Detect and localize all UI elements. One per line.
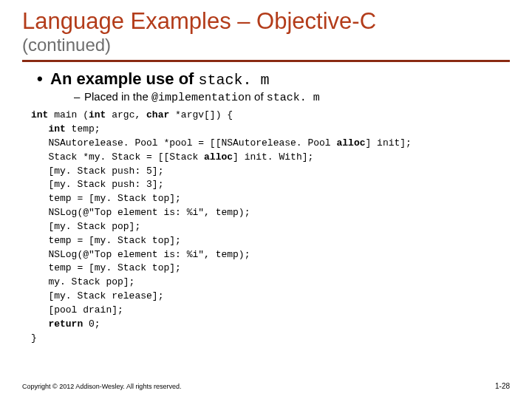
- kw-alloc: alloc: [204, 151, 233, 163]
- bullet-dash-icon: –: [74, 90, 84, 103]
- footer-page-number: 1-28: [495, 382, 510, 390]
- slide-subtitle: (continued): [22, 35, 510, 55]
- kw-char: char: [146, 109, 169, 120]
- kw-alloc: alloc: [336, 137, 365, 149]
- slide-title: Language Examples – Objective-C: [22, 7, 510, 35]
- title-rule: [22, 60, 510, 62]
- sub-bullet: –Placed in the @implementation of stack.…: [74, 90, 510, 104]
- main-bullet-text: An example use of: [50, 69, 199, 88]
- bullet-dot-icon: •: [37, 69, 50, 89]
- footer-copyright: Copyright © 2012 Addison-Wesley. All rig…: [22, 383, 181, 390]
- kw-return: return: [48, 318, 83, 330]
- sub-bullet-code2: stack. m: [267, 92, 320, 104]
- sub-bullet-mid: of: [251, 90, 267, 103]
- code-block: int main (int argc, char *argv[]) { int …: [31, 109, 510, 345]
- main-bullet-code: stack. m: [199, 72, 270, 89]
- kw-int: int: [48, 123, 65, 134]
- main-bullet: •An example use of stack. m: [37, 69, 510, 89]
- sub-bullet-code1: @implementation: [151, 92, 251, 104]
- slide: Language Examples – Objective-C (continu…: [0, 0, 532, 399]
- kw-int: int: [31, 109, 48, 120]
- sub-bullet-prefix: Placed in the: [84, 90, 151, 103]
- kw-int: int: [89, 109, 106, 120]
